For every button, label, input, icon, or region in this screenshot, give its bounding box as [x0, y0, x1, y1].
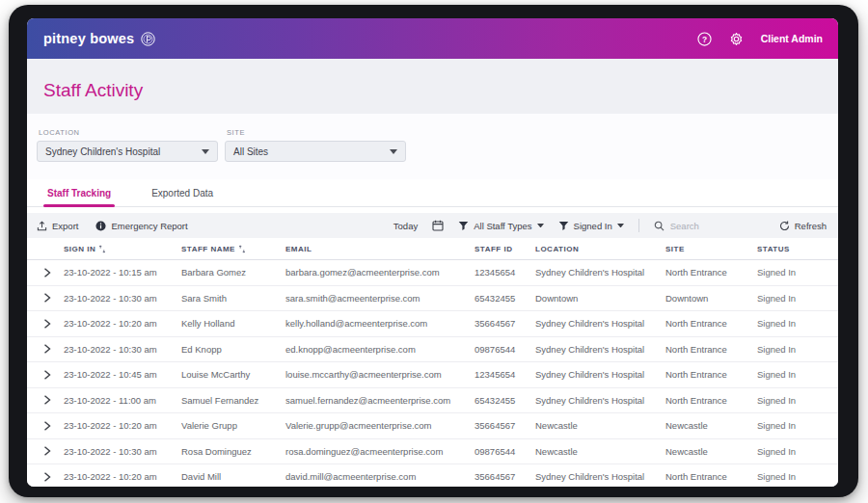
settings-gear-icon[interactable]	[729, 32, 744, 46]
sign-in-cell: 23-10-2022 - 10:20 am	[64, 471, 181, 482]
column-header-location[interactable]: Location	[535, 245, 665, 253]
email-cell: rosa.dominguez@acmeenterprise.com	[285, 446, 475, 457]
pitney-bowes-logo: pitney bowes	[43, 31, 155, 46]
column-header-sign-in[interactable]: Sign In	[64, 245, 181, 253]
sign-in-cell: 23-10-2022 - 11:00 am	[64, 395, 181, 406]
column-label: Staff Name	[181, 245, 235, 253]
table-row[interactable]: 23-10-2022 - 10:30 am Ed Knopp ed.knopp@…	[27, 337, 838, 363]
refresh-button[interactable]: Refresh	[779, 221, 827, 231]
sign-in-cell: 23-10-2022 - 10:30 am	[64, 446, 181, 457]
row-expand-chevron-icon[interactable]	[27, 268, 64, 278]
staff-id-cell: 35664567	[475, 420, 535, 431]
tab-exported-data[interactable]: Exported Data	[148, 188, 217, 206]
status-cell: Signed In	[757, 369, 838, 380]
table-row[interactable]: 23-10-2022 - 10:20 am Valerie Grupp Vale…	[27, 413, 838, 439]
user-menu[interactable]: Client Admin	[761, 33, 823, 44]
location-select[interactable]: Sydney Children's Hospital	[37, 141, 218, 162]
location-label: Location	[37, 128, 218, 137]
status-filter[interactable]: Signed In	[558, 221, 624, 231]
row-expand-chevron-icon[interactable]	[27, 472, 64, 482]
email-cell: louise.mccarthy@acmeenterprise.com	[285, 369, 475, 380]
site-select[interactable]: All Sites	[225, 141, 406, 162]
location-cell: Sydney Children's Hospital	[535, 369, 665, 380]
sign-in-cell: 23-10-2022 - 10:30 am	[64, 344, 181, 355]
staff-id-cell: 09876544	[475, 344, 535, 355]
sign-in-cell: 23-10-2022 - 10:15 am	[64, 267, 181, 278]
status-cell: Signed In	[757, 344, 838, 355]
staff-id-cell: 65432455	[475, 293, 535, 304]
status-cell: Signed In	[757, 267, 838, 278]
tab-staff-tracking[interactable]: Staff Tracking	[43, 188, 115, 206]
staff-id-cell: 12345654	[475, 369, 535, 380]
column-header-site[interactable]: Site	[665, 245, 757, 253]
date-range-label[interactable]: Today	[393, 221, 418, 231]
table-row[interactable]: 23-10-2022 - 10:15 am Barbara Gomez barb…	[27, 260, 838, 286]
export-button[interactable]: Export	[37, 221, 78, 231]
status-cell: Signed In	[757, 446, 838, 457]
status-cell: Signed In	[757, 471, 838, 482]
email-cell: sara.smith@acmeenterprise.com	[285, 293, 475, 304]
site-filter: Site All Sites	[225, 128, 406, 162]
staff-id-cell: 12345654	[475, 267, 535, 278]
location-cell: Sydney Children's Hospital	[535, 395, 665, 406]
row-expand-chevron-icon[interactable]	[27, 446, 64, 456]
title-band: Staff Activity	[27, 59, 838, 114]
column-header-staff-name[interactable]: Staff Name	[181, 245, 285, 253]
refresh-icon	[779, 221, 790, 231]
table-row[interactable]: 23-10-2022 - 11:00 am Samuel Fernandez s…	[27, 388, 838, 414]
table-body: 23-10-2022 - 10:15 am Barbara Gomez barb…	[27, 260, 838, 487]
filter-funnel-icon	[558, 221, 569, 231]
table-row[interactable]: 23-10-2022 - 10:30 am Sara Smith sara.sm…	[27, 286, 838, 312]
row-expand-chevron-icon[interactable]	[27, 395, 64, 405]
row-expand-chevron-icon[interactable]	[27, 293, 64, 303]
info-icon	[95, 221, 106, 231]
site-label: Site	[225, 128, 406, 137]
staff-id-cell: 09876544	[475, 446, 535, 457]
site-cell: North Entrance	[665, 344, 757, 355]
search-input[interactable]	[670, 221, 740, 231]
logo-text: pitney bowes	[43, 31, 134, 46]
email-cell: ed.knopp@acmeenterprise.com	[285, 344, 475, 355]
table-row[interactable]: 23-10-2022 - 10:45 am Louise McCarthy lo…	[27, 362, 838, 388]
column-header-staff-id[interactable]: Staff ID	[475, 245, 535, 253]
row-expand-chevron-icon[interactable]	[27, 319, 64, 329]
status-cell: Signed In	[757, 318, 838, 329]
date-picker-button[interactable]	[432, 220, 444, 231]
email-cell: barbara.gomez@acmeenterprise.com	[285, 267, 475, 278]
toolbar-divider	[638, 219, 639, 232]
column-header-email[interactable]: Email	[285, 245, 475, 253]
site-cell: Newcastle	[665, 420, 757, 431]
staff-type-filter[interactable]: All Staff Types	[458, 221, 543, 231]
column-label: Site	[665, 245, 685, 253]
location-cell: Newcastle	[535, 446, 665, 457]
tab-bar: Staff Tracking Exported Data	[27, 179, 838, 207]
row-expand-chevron-icon[interactable]	[27, 344, 64, 354]
help-icon[interactable]: ?	[697, 32, 712, 46]
page-title: Staff Activity	[43, 80, 143, 101]
location-value: Sydney Children's Hospital	[45, 146, 160, 157]
table-row[interactable]: 23-10-2022 - 10:30 am Rosa Dominguez ros…	[27, 439, 838, 465]
filter-funnel-icon	[458, 221, 469, 231]
app-screen: pitney bowes ? C	[27, 18, 838, 487]
column-header-status[interactable]: Status	[757, 245, 838, 253]
chevron-down-icon	[202, 149, 209, 154]
calendar-icon	[432, 220, 444, 231]
column-label: Email	[285, 245, 312, 253]
toolbar: Export Emergency Report Today	[27, 213, 838, 238]
location-cell: Sydney Children's Hospital	[535, 471, 665, 482]
table-row[interactable]: 23-10-2022 - 10:20 am David Mill david.m…	[27, 464, 838, 487]
app-header: pitney bowes ? C	[27, 18, 838, 59]
table-row[interactable]: 23-10-2022 - 10:20 am Kelly Holland kell…	[27, 311, 838, 337]
emergency-report-label: Emergency Report	[111, 221, 187, 231]
device-frame: pitney bowes ? C	[9, 5, 858, 497]
screenshot-stage: pitney bowes ? C	[0, 0, 868, 503]
chevron-down-icon	[537, 224, 544, 228]
status-cell: Signed In	[757, 293, 838, 304]
row-expand-chevron-icon[interactable]	[27, 370, 64, 380]
pitney-bowes-circle-icon	[141, 32, 155, 46]
staff-id-cell: 65432455	[475, 395, 535, 406]
staff-id-cell: 35664567	[475, 318, 535, 329]
upload-icon	[37, 221, 47, 231]
emergency-report-button[interactable]: Emergency Report	[95, 221, 187, 231]
row-expand-chevron-icon[interactable]	[27, 421, 64, 431]
